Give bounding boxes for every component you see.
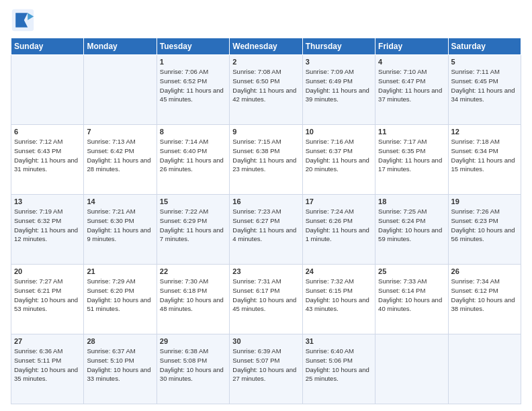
calendar-cell: 11Sunrise: 7:17 AMSunset: 6:35 PMDayligh… (375, 125, 448, 195)
cell-content: Sunrise: 7:27 AMSunset: 6:21 PMDaylight:… (14, 277, 81, 314)
calendar-cell: 27Sunrise: 6:36 AMSunset: 5:11 PMDayligh… (11, 334, 84, 404)
cell-content: Sunrise: 6:40 AMSunset: 5:06 PMDaylight:… (306, 347, 372, 383)
calendar-cell: 10Sunrise: 7:16 AMSunset: 6:37 PMDayligh… (302, 125, 375, 195)
cell-content: Sunrise: 7:09 AMSunset: 6:49 PMDaylight:… (306, 67, 372, 104)
col-header-monday: Monday (84, 38, 157, 55)
day-number: 18 (378, 197, 445, 205)
cell-content: Sunrise: 6:36 AMSunset: 5:11 PMDaylight:… (14, 347, 81, 383)
day-number: 9 (232, 128, 299, 136)
calendar-row: 6Sunrise: 7:12 AMSunset: 6:43 PMDaylight… (11, 125, 521, 195)
calendar-cell: 28Sunrise: 6:37 AMSunset: 5:10 PMDayligh… (84, 334, 157, 404)
cell-content: Sunrise: 7:06 AMSunset: 6:52 PMDaylight:… (160, 67, 226, 104)
calendar-cell: 14Sunrise: 7:21 AMSunset: 6:30 PMDayligh… (84, 195, 157, 265)
day-number: 2 (232, 58, 299, 66)
cell-content: Sunrise: 6:37 AMSunset: 5:10 PMDaylight:… (87, 347, 153, 383)
calendar-cell: 6Sunrise: 7:12 AMSunset: 6:43 PMDaylight… (11, 125, 84, 195)
calendar-cell (11, 55, 84, 125)
col-header-friday: Friday (375, 38, 448, 55)
page: SundayMondayTuesdayWednesdayThursdayFrid… (0, 0, 532, 411)
day-number: 17 (306, 197, 372, 205)
calendar-row: 27Sunrise: 6:36 AMSunset: 5:11 PMDayligh… (11, 334, 521, 404)
calendar-cell: 18Sunrise: 7:25 AMSunset: 6:24 PMDayligh… (375, 195, 448, 265)
cell-content: Sunrise: 7:23 AMSunset: 6:27 PMDaylight:… (232, 207, 299, 244)
cell-content: Sunrise: 7:15 AMSunset: 6:38 PMDaylight:… (232, 137, 299, 174)
cell-content: Sunrise: 7:12 AMSunset: 6:43 PMDaylight:… (14, 137, 81, 174)
col-header-thursday: Thursday (302, 38, 375, 55)
day-number: 6 (14, 128, 81, 136)
day-number: 30 (232, 337, 299, 345)
day-number: 19 (451, 197, 518, 205)
cell-content: Sunrise: 7:10 AMSunset: 6:47 PMDaylight:… (378, 67, 445, 104)
cell-content: Sunrise: 7:08 AMSunset: 6:50 PMDaylight:… (232, 67, 299, 104)
calendar-cell: 1Sunrise: 7:06 AMSunset: 6:52 PMDaylight… (157, 55, 229, 125)
col-header-sunday: Sunday (11, 38, 84, 55)
cell-content: Sunrise: 7:21 AMSunset: 6:30 PMDaylight:… (87, 207, 153, 244)
day-number: 11 (378, 128, 445, 136)
day-number: 23 (232, 267, 299, 275)
calendar-cell: 30Sunrise: 6:39 AMSunset: 5:07 PMDayligh… (230, 334, 302, 404)
col-header-wednesday: Wednesday (230, 38, 302, 55)
cell-content: Sunrise: 7:16 AMSunset: 6:37 PMDaylight:… (306, 137, 372, 174)
calendar-cell: 24Sunrise: 7:32 AMSunset: 6:15 PMDayligh… (302, 265, 375, 334)
day-number: 22 (160, 267, 226, 275)
day-number: 29 (160, 337, 226, 345)
calendar-cell: 29Sunrise: 6:38 AMSunset: 5:08 PMDayligh… (157, 334, 229, 404)
header (11, 8, 521, 32)
cell-content: Sunrise: 7:17 AMSunset: 6:35 PMDaylight:… (378, 137, 445, 174)
calendar-cell: 9Sunrise: 7:15 AMSunset: 6:38 PMDaylight… (230, 125, 302, 195)
generalblue-logo-icon (11, 8, 35, 32)
day-number: 25 (378, 267, 445, 275)
calendar-cell: 20Sunrise: 7:27 AMSunset: 6:21 PMDayligh… (11, 265, 84, 334)
calendar-cell: 15Sunrise: 7:22 AMSunset: 6:29 PMDayligh… (157, 195, 229, 265)
cell-content: Sunrise: 7:29 AMSunset: 6:20 PMDaylight:… (87, 277, 153, 314)
calendar-cell: 16Sunrise: 7:23 AMSunset: 6:27 PMDayligh… (230, 195, 302, 265)
day-number: 21 (87, 267, 153, 275)
calendar-cell: 22Sunrise: 7:30 AMSunset: 6:18 PMDayligh… (157, 265, 229, 334)
calendar-cell: 4Sunrise: 7:10 AMSunset: 6:47 PMDaylight… (375, 55, 448, 125)
cell-content: Sunrise: 6:39 AMSunset: 5:07 PMDaylight:… (232, 347, 299, 383)
day-number: 27 (14, 337, 81, 345)
cell-content: Sunrise: 7:24 AMSunset: 6:26 PMDaylight:… (306, 207, 372, 244)
day-number: 12 (451, 128, 518, 136)
cell-content: Sunrise: 7:19 AMSunset: 6:32 PMDaylight:… (14, 207, 81, 244)
calendar-cell: 7Sunrise: 7:13 AMSunset: 6:42 PMDaylight… (84, 125, 157, 195)
calendar-cell: 3Sunrise: 7:09 AMSunset: 6:49 PMDaylight… (302, 55, 375, 125)
calendar-row: 13Sunrise: 7:19 AMSunset: 6:32 PMDayligh… (11, 195, 521, 265)
cell-content: Sunrise: 7:31 AMSunset: 6:17 PMDaylight:… (232, 277, 299, 314)
header-row: SundayMondayTuesdayWednesdayThursdayFrid… (11, 38, 521, 55)
calendar-cell: 12Sunrise: 7:18 AMSunset: 6:34 PMDayligh… (448, 125, 521, 195)
calendar-row: 20Sunrise: 7:27 AMSunset: 6:21 PMDayligh… (11, 265, 521, 334)
calendar-cell: 5Sunrise: 7:11 AMSunset: 6:45 PMDaylight… (448, 55, 521, 125)
calendar-cell: 23Sunrise: 7:31 AMSunset: 6:17 PMDayligh… (230, 265, 302, 334)
cell-content: Sunrise: 7:25 AMSunset: 6:24 PMDaylight:… (378, 207, 445, 244)
day-number: 5 (451, 58, 518, 66)
day-number: 14 (87, 197, 153, 205)
cell-content: Sunrise: 7:33 AMSunset: 6:14 PMDaylight:… (378, 277, 445, 314)
calendar-cell: 25Sunrise: 7:33 AMSunset: 6:14 PMDayligh… (375, 265, 448, 334)
day-number: 4 (378, 58, 445, 66)
calendar-cell: 8Sunrise: 7:14 AMSunset: 6:40 PMDaylight… (157, 125, 229, 195)
day-number: 15 (160, 197, 226, 205)
logo (11, 8, 38, 32)
cell-content: Sunrise: 7:18 AMSunset: 6:34 PMDaylight:… (451, 137, 518, 174)
col-header-saturday: Saturday (448, 38, 521, 55)
calendar-cell (375, 334, 448, 404)
calendar-row: 1Sunrise: 7:06 AMSunset: 6:52 PMDaylight… (11, 55, 521, 125)
calendar-cell: 21Sunrise: 7:29 AMSunset: 6:20 PMDayligh… (84, 265, 157, 334)
day-number: 10 (306, 128, 372, 136)
cell-content: Sunrise: 7:34 AMSunset: 6:12 PMDaylight:… (451, 277, 518, 314)
calendar-cell: 31Sunrise: 6:40 AMSunset: 5:06 PMDayligh… (302, 334, 375, 404)
day-number: 3 (306, 58, 372, 66)
day-number: 8 (160, 128, 226, 136)
cell-content: Sunrise: 7:13 AMSunset: 6:42 PMDaylight:… (87, 137, 153, 174)
day-number: 28 (87, 337, 153, 345)
cell-content: Sunrise: 7:14 AMSunset: 6:40 PMDaylight:… (160, 137, 226, 174)
day-number: 24 (306, 267, 372, 275)
day-number: 7 (87, 128, 153, 136)
day-number: 26 (451, 267, 518, 275)
cell-content: Sunrise: 7:26 AMSunset: 6:23 PMDaylight:… (451, 207, 518, 244)
day-number: 31 (306, 337, 372, 345)
day-number: 20 (14, 267, 81, 275)
calendar-cell: 19Sunrise: 7:26 AMSunset: 6:23 PMDayligh… (448, 195, 521, 265)
cell-content: Sunrise: 6:38 AMSunset: 5:08 PMDaylight:… (160, 347, 226, 383)
